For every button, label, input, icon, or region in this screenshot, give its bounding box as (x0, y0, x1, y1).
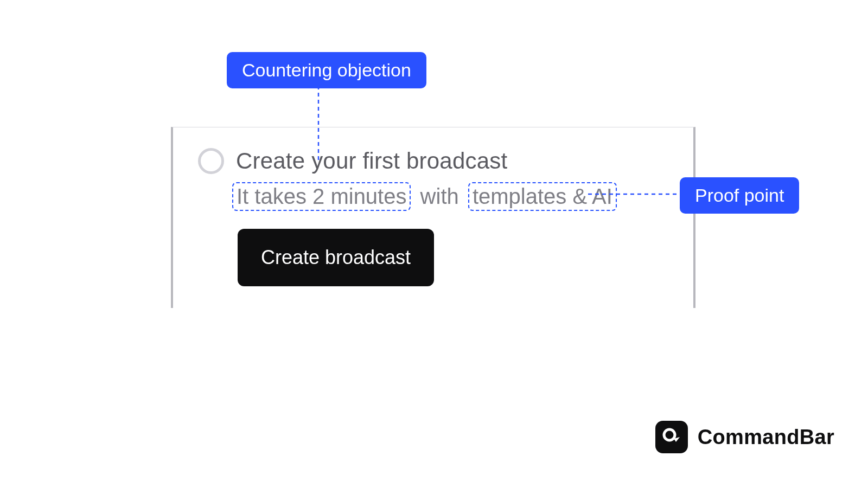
brand-name: CommandBar (698, 426, 834, 449)
annotation-proof-point: Proof point (680, 177, 799, 214)
subtitle-connector: with (417, 184, 462, 209)
card-header-row: Create your first broadcast (198, 148, 507, 174)
brand-logo: CommandBar (655, 421, 834, 453)
cta-label: Create broadcast (261, 246, 411, 269)
brand-logo-icon (655, 421, 688, 453)
svg-point-2 (664, 429, 675, 440)
annotation-label: Proof point (695, 185, 784, 206)
diagram-canvas: { "annotations": { "top_label": "Counter… (0, 0, 868, 488)
card-title: Create your first broadcast (236, 148, 507, 174)
annotation-label: Countering objection (242, 60, 411, 80)
unchecked-radio-icon[interactable] (198, 148, 224, 174)
highlight-objection: It takes 2 minutes (232, 182, 411, 211)
create-broadcast-button[interactable]: Create broadcast (238, 229, 434, 286)
card-subtitle: It takes 2 minutes with templates & AI (232, 182, 617, 211)
annotation-countering-objection: Countering objection (227, 52, 426, 88)
highlight-proof: templates & AI (468, 182, 617, 211)
